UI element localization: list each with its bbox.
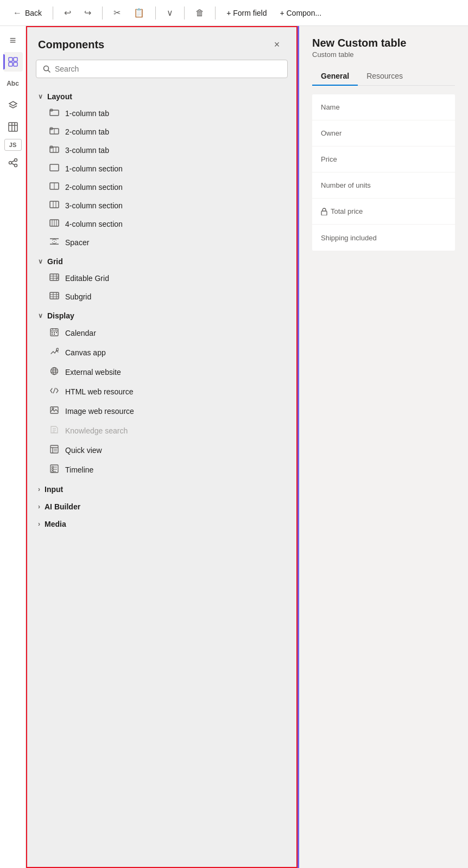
svg-rect-16 (50, 109, 53, 111)
chevron-down-icon: ∨ (38, 93, 43, 100)
grid-icon (8, 57, 18, 67)
sidebar-item-table[interactable] (3, 117, 23, 137)
back-label: Back (25, 9, 42, 17)
editable-grid-icon (49, 273, 60, 283)
item-quick-view[interactable]: Quick view (31, 441, 292, 460)
item-2col-section-label: 2-column section (65, 183, 123, 192)
form-container: Name Owner Price Number of units Total p… (312, 94, 455, 251)
svg-line-11 (11, 161, 14, 162)
category-ai-builder[interactable]: › AI Builder (31, 497, 292, 514)
chevron-right-icon-media: › (38, 520, 40, 528)
item-knowledge-search: Knowledge search (31, 421, 292, 441)
globe-icon (49, 367, 60, 378)
svg-rect-19 (50, 127, 53, 130)
item-spacer[interactable]: Spacer (31, 233, 292, 252)
dropdown-button[interactable]: ∨ (162, 5, 178, 20)
field-row-price: Price (312, 146, 455, 173)
chevron-down-icon-display: ∨ (38, 312, 43, 320)
4col-section-icon (49, 219, 60, 229)
item-3col-section[interactable]: 3-column section (31, 196, 292, 215)
tab-resources[interactable]: Resources (358, 67, 412, 86)
sidebar-item-connector[interactable] (3, 153, 23, 173)
item-3col-section-label: 3-column section (65, 201, 123, 210)
panel-header: Components × (27, 27, 296, 60)
separator-2 (102, 7, 103, 20)
svg-rect-59 (54, 334, 55, 335)
layers-icon (8, 100, 18, 110)
calendar-icon (49, 328, 60, 339)
item-html-web-resource[interactable]: HTML web resource (31, 382, 292, 401)
field-row-total-price: Total price (312, 199, 455, 225)
item-calendar[interactable]: Calendar (31, 323, 292, 343)
component-button[interactable]: + Compon... (275, 7, 326, 20)
item-1col-section[interactable]: 1-column section (31, 159, 292, 178)
item-1col-tab[interactable]: 1-column tab (31, 104, 292, 123)
back-button[interactable]: ← Back (9, 6, 46, 20)
knowledge-icon (49, 425, 60, 436)
close-button[interactable]: × (268, 36, 286, 53)
svg-line-12 (11, 163, 14, 165)
sidebar-item-layers[interactable] (3, 95, 23, 115)
category-input[interactable]: › Input (31, 480, 292, 497)
form-field-button[interactable]: + Form field (222, 7, 271, 20)
sidebar-item-js[interactable]: JS (4, 139, 22, 151)
item-editable-grid[interactable]: Editable Grid (31, 269, 292, 288)
svg-line-14 (48, 71, 50, 73)
item-4col-section[interactable]: 4-column section (31, 215, 292, 233)
sidebar-item-menu[interactable]: ≡ (3, 30, 23, 50)
table-icon (8, 122, 18, 132)
item-image-web-resource[interactable]: Image web resource (31, 401, 292, 421)
sidebar-item-grid[interactable] (3, 52, 23, 72)
svg-rect-23 (50, 146, 53, 148)
tab-general[interactable]: General (312, 67, 358, 86)
item-timeline[interactable]: Timeline (31, 460, 292, 480)
field-shipping-label: Shipping included (321, 234, 446, 242)
field-owner-label: Owner (321, 129, 446, 137)
category-layout[interactable]: ∨ Layout (31, 87, 292, 104)
category-display[interactable]: ∨ Display (31, 306, 292, 323)
undo-button[interactable]: ↩ (60, 5, 75, 20)
1col-section-icon (49, 164, 60, 174)
item-3col-tab[interactable]: 3-column tab (31, 141, 292, 159)
category-media-label: Media (45, 520, 66, 528)
search-icon (43, 65, 50, 73)
paste-button[interactable]: 📋 (129, 5, 149, 20)
svg-rect-1 (14, 58, 17, 61)
item-canvas-app[interactable]: Canvas app (31, 343, 292, 362)
delete-button[interactable]: 🗑 (191, 6, 208, 20)
svg-rect-57 (56, 332, 57, 333)
cut-icon: ✂ (113, 8, 121, 18)
panel-title: Components (38, 39, 104, 51)
component-list: ∨ Layout 1-column tab (27, 87, 296, 867)
category-grid[interactable]: ∨ Grid (31, 252, 292, 269)
svg-rect-46 (50, 292, 59, 299)
spacer-icon (49, 238, 60, 247)
redo-button[interactable]: ↪ (80, 5, 96, 20)
search-input[interactable] (55, 65, 281, 73)
sidebar-item-text[interactable]: Abc (3, 74, 23, 93)
timeline-icon (49, 464, 60, 475)
item-calendar-label: Calendar (65, 329, 96, 337)
item-2col-tab[interactable]: 2-column tab (31, 123, 292, 141)
delete-icon: 🗑 (195, 8, 204, 18)
field-price-label: Price (321, 155, 446, 163)
cut-button[interactable]: ✂ (109, 5, 125, 20)
item-external-website[interactable]: External website (31, 362, 292, 382)
item-2col-section[interactable]: 2-column section (31, 178, 292, 196)
form-field-label: + Form field (226, 9, 267, 17)
separator-1 (53, 7, 53, 20)
chevron-down-icon-grid: ∨ (38, 258, 43, 265)
separator-3 (155, 7, 156, 20)
category-media[interactable]: › Media (31, 514, 292, 532)
svg-rect-24 (50, 164, 59, 171)
redo-icon: ↪ (84, 8, 91, 18)
component-label: + Compon... (280, 9, 321, 17)
canvas-app-icon (49, 347, 60, 358)
dropdown-icon: ∨ (167, 8, 173, 18)
item-subgrid[interactable]: Subgrid (31, 288, 292, 306)
svg-rect-3 (14, 62, 17, 66)
svg-rect-55 (52, 332, 53, 333)
item-quick-view-label: Quick view (65, 446, 102, 455)
svg-rect-58 (52, 334, 53, 335)
svg-line-61 (58, 350, 59, 351)
